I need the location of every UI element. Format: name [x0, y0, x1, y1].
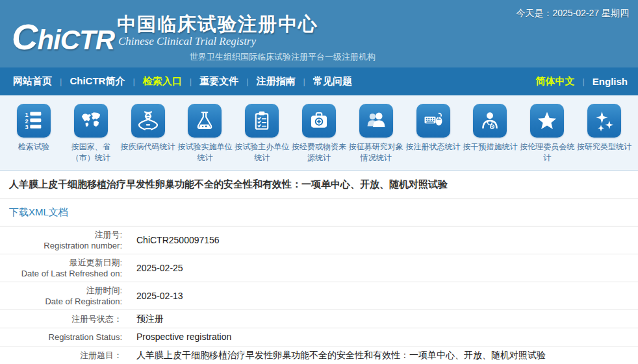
row-value: 2025-02-25: [130, 263, 638, 274]
stat-item-2[interactable]: 按疾病代码统计: [121, 104, 175, 170]
stat-item-9[interactable]: 按伦理委员会统计: [520, 104, 574, 170]
site-name-zh: 中国临床试验注册中心: [117, 12, 318, 38]
row-label-zh: 注册题目：: [0, 350, 122, 361]
table-row: 注册号:Registration number:ChiCTR2500097156: [0, 226, 638, 254]
chictr-logo[interactable]: ChiCTR: [12, 16, 114, 58]
nav-separator: |: [190, 77, 192, 86]
download-xml-link[interactable]: 下载XML文档: [9, 206, 68, 219]
stat-label: 按征募研究对象情况统计: [349, 141, 403, 164]
svg-text:2: 2: [25, 118, 29, 125]
row-label-en: Date of Last Refreshed on:: [0, 268, 122, 279]
row-label: 注册号状态：: [0, 313, 130, 324]
dna-icon: [131, 104, 165, 138]
row-label-en: Registration Status:: [0, 332, 122, 343]
stat-label: 按经费或物资来源统计: [292, 141, 346, 164]
detail-table: 注册号:Registration number:ChiCTR2500097156…: [0, 226, 638, 364]
lang-item-1[interactable]: English: [593, 76, 628, 87]
medical-bag-icon: [302, 104, 336, 138]
row-label: Registration Status:: [0, 332, 130, 343]
today-date: 今天是：2025-02-27 星期四: [516, 8, 629, 19]
stat-item-6[interactable]: 按征募研究对象情况统计: [349, 104, 403, 170]
row-label-en: Registration number:: [0, 240, 122, 251]
table-row: 注册号状态：预注册: [0, 310, 638, 328]
stat-label: 按疾病代码统计: [121, 141, 175, 152]
nav-item-2[interactable]: 检索入口: [143, 75, 182, 88]
stat-label: 按注册状态统计: [406, 141, 461, 152]
logo-letters: hiCTR: [37, 25, 114, 55]
stat-item-1[interactable]: 按国家、省（市）统计: [64, 104, 118, 170]
nav-separator: |: [582, 77, 584, 86]
row-label-zh: 注册时间:: [0, 285, 122, 296]
main-nav: 网站首页|ChiCTR简介|检索入口|重要文件|注册指南|常见问题 简体中文|E…: [0, 67, 638, 95]
stat-label: 检索试验: [18, 141, 49, 152]
page-header: ChiCTR 中国临床试验注册中心 Chinese Clinical Trial…: [0, 0, 638, 67]
sparkles-icon: [587, 104, 621, 138]
svg-text:3: 3: [25, 124, 29, 130]
stat-item-5[interactable]: 按经费或物资来源统计: [292, 104, 346, 170]
table-row: 最近更新日期:Date of Last Refreshed on:2025-02…: [0, 254, 638, 282]
quick-stats-panel: 123检索试验按国家、省（市）统计按疾病代码统计按试验实施单位统计按试验主办单位…: [0, 95, 638, 171]
nav-separator: |: [133, 77, 134, 86]
row-label-zh: 最近更新日期:: [0, 257, 122, 268]
numbered-list-icon: 123: [17, 104, 51, 138]
nav-item-0[interactable]: 网站首页: [13, 75, 52, 88]
row-label-zh: 注册号:: [0, 229, 122, 240]
stat-label: 按国家、省（市）统计: [64, 141, 118, 164]
nav-separator: |: [60, 77, 62, 86]
stat-label: 按研究类型统计: [577, 141, 632, 152]
world-map-icon: [74, 104, 108, 138]
site-name-en: Chinese Clinical Trial Registry: [118, 35, 256, 48]
row-label: 注册号:Registration number:: [0, 229, 130, 251]
keyboard-mouse-icon: [416, 104, 450, 138]
svg-text:1: 1: [25, 112, 29, 118]
stat-item-7[interactable]: 按注册状态统计: [406, 104, 461, 170]
row-value: 2025-02-13: [130, 291, 638, 302]
flask-icon: [188, 104, 222, 138]
row-label: 注册时间:Date of Registration:: [0, 285, 130, 307]
page-title: 人羊膜上皮干细胞移植治疗早发性卵巢功能不全的安全性和有效性：一项单中心、开放、随…: [0, 171, 638, 199]
stat-item-0[interactable]: 123检索试验: [6, 104, 61, 170]
who-accreditation-line: 世界卫生组织国际临床试验注册平台一级注册机构: [190, 51, 376, 63]
nav-separator: |: [303, 77, 305, 86]
row-value: Prospective registration: [130, 332, 638, 343]
stat-item-8[interactable]: 按干预措施统计: [463, 104, 517, 170]
stat-label: 按试验实施单位统计: [177, 141, 232, 164]
table-row: Registration Status:Prospective registra…: [0, 328, 638, 346]
table-row: 注册时间:Date of Registration:2025-02-13: [0, 282, 638, 310]
nav-separator: |: [246, 77, 248, 86]
stat-item-3[interactable]: 按试验实施单位统计: [177, 104, 232, 170]
stat-label: 按伦理委员会统计: [520, 141, 574, 164]
lang-switch: 简体中文|English: [535, 75, 628, 88]
stat-item-4[interactable]: 按试验主办单位统计: [235, 104, 289, 170]
table-row: 注册题目：人羊膜上皮干细胞移植治疗早发性卵巢功能不全的安全性和有效性：一项单中心…: [0, 346, 638, 364]
row-label: 最近更新日期:Date of Last Refreshed on:: [0, 257, 130, 279]
row-label: 注册题目：: [0, 350, 130, 361]
people-icon: [359, 104, 393, 138]
stat-item-10[interactable]: 按研究类型统计: [577, 104, 632, 170]
nav-item-5[interactable]: 常见问题: [313, 75, 352, 88]
nav-item-4[interactable]: 注册指南: [257, 75, 296, 88]
xml-download-row: 下载XML文档: [0, 199, 638, 226]
row-value: 预注册: [130, 313, 638, 324]
nav-item-1[interactable]: ChiCTR简介: [70, 75, 125, 88]
row-value: ChiCTR2500097156: [130, 235, 638, 246]
nav-item-3[interactable]: 重要文件: [199, 75, 238, 88]
row-label-en: Date of Registration:: [0, 296, 122, 307]
stat-label: 按试验主办单位统计: [235, 141, 289, 164]
doctor-icon: [473, 104, 507, 138]
row-value: 人羊膜上皮干细胞移植治疗早发性卵巢功能不全的安全性和有效性：一项单中心、开放、随…: [130, 350, 638, 361]
star-icon: [530, 104, 564, 138]
nav-menu: 网站首页|ChiCTR简介|检索入口|重要文件|注册指南|常见问题: [13, 75, 352, 88]
clipboard-icon: [245, 104, 279, 138]
logo-letter-c: C: [12, 16, 37, 57]
row-label-zh: 注册号状态：: [0, 313, 122, 324]
stat-label: 按干预措施统计: [463, 141, 517, 152]
lang-item-0[interactable]: 简体中文: [535, 75, 574, 88]
